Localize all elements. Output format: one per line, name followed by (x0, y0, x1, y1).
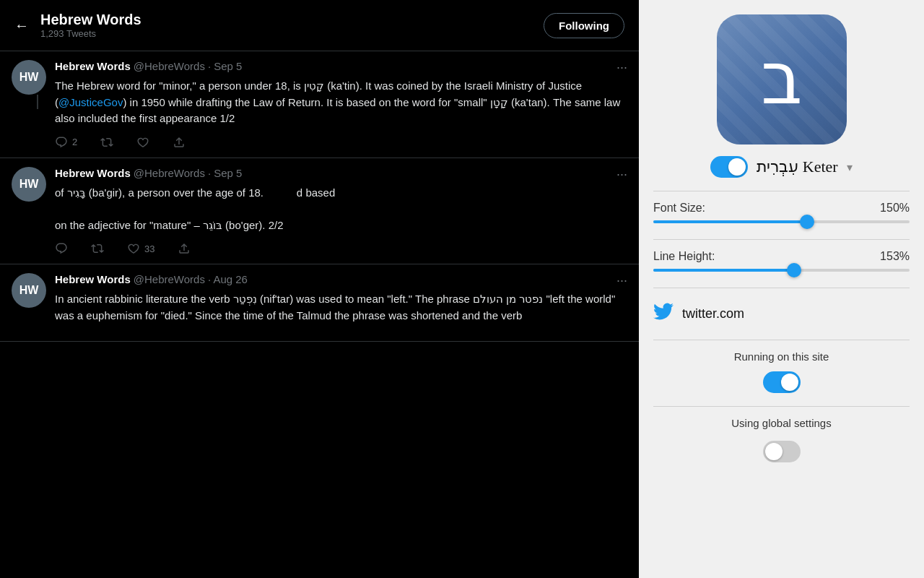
tweet-2-handle: @HebreWords (134, 167, 205, 179)
main-toggle[interactable] (710, 156, 748, 178)
following-button[interactable]: Following (544, 13, 624, 38)
running-toggle-thumb (781, 374, 798, 391)
global-toggle-thumb (765, 443, 783, 460)
tweet-3-handle: @HebreWords (134, 273, 205, 285)
tweet-2-header: Hebrew Words @HebreWords · Sep 5 ··· (55, 167, 627, 182)
tweet-3-date: · Aug 26 (208, 273, 248, 285)
line-height-label: Line Height: (653, 250, 715, 263)
tweet-header-bar: ← Hebrew Words 1,293 Tweets Following (0, 0, 639, 51)
tweet-1-reply[interactable]: 2 (55, 136, 77, 149)
tweet-1: HW Hebrew Words @HebreWords · Sep 5 ··· … (0, 51, 639, 158)
tweet-3: HW Hebrew Words @HebreWords · Aug 26 ···… (0, 264, 639, 342)
chevron-down-icon[interactable]: ▾ (847, 160, 853, 174)
tweet-1-name: Hebrew Words (55, 60, 131, 72)
tweet-3-body: Hebrew Words @HebreWords · Aug 26 ··· In… (55, 273, 627, 332)
font-size-slider-container (653, 217, 910, 232)
tweet-1-text: The Hebrew word for "minor," a person un… (55, 78, 627, 127)
extension-panel: ב Keter עִבְרִית ▾ Font Size: 150% Line … (639, 0, 924, 578)
thread-line-1 (37, 95, 38, 109)
line-height-fill (653, 269, 794, 272)
font-size-value: 150% (880, 202, 910, 215)
line-height-row: Line Height: 153% (653, 247, 910, 266)
profile-name: Hebrew Words (40, 12, 141, 28)
font-name: Keter עִבְרִית (757, 158, 837, 176)
tweet-1-share[interactable] (173, 136, 186, 149)
tweet-1-date: · Sep 5 (208, 60, 243, 72)
tweet-3-name: Hebrew Words (55, 273, 131, 285)
divider-1 (653, 191, 910, 191)
tweet-1-body: Hebrew Words @HebreWords · Sep 5 ··· The… (55, 60, 627, 149)
tweet-1-reply-count: 2 (72, 137, 77, 147)
avatar-2: HW (12, 167, 46, 202)
tweet-2-reply[interactable] (55, 242, 68, 255)
tweet-1-meta: Hebrew Words @HebreWords · Sep 5 (55, 60, 242, 72)
tweet-2-more[interactable]: ··· (616, 167, 627, 182)
line-height-track (653, 269, 910, 272)
tweet-2-meta: Hebrew Words @HebreWords · Sep 5 (55, 167, 242, 179)
tweet-3-meta: Hebrew Words @HebreWords · Aug 26 (55, 273, 248, 285)
tweet-3-text: In ancient rabbinic literature the verb … (55, 291, 627, 324)
divider-3 (653, 288, 910, 288)
back-button[interactable]: ← (14, 17, 29, 34)
font-size-track (653, 220, 910, 223)
tweet-1-retweet[interactable] (100, 136, 113, 149)
site-url: twitter.com (682, 306, 744, 322)
tweet-2-name: Hebrew Words (55, 167, 131, 179)
tweet-1-handle: @HebreWords (134, 60, 205, 72)
tweet-1-more[interactable]: ··· (616, 60, 627, 75)
running-toggle-row (653, 371, 910, 393)
main-toggle-thumb (728, 158, 746, 176)
tweet-1-actions: 2 (55, 136, 627, 149)
tweet-1-like[interactable] (136, 136, 149, 149)
line-height-slider-container (653, 266, 910, 280)
mention-1[interactable]: @JusticeGov (58, 96, 123, 108)
font-size-label: Font Size: (653, 202, 705, 215)
font-size-thumb[interactable] (800, 215, 814, 229)
tweet-1-header: Hebrew Words @HebreWords · Sep 5 ··· (55, 60, 627, 75)
global-toggle[interactable] (763, 441, 801, 462)
tweet-2-date: · Sep 5 (208, 167, 243, 179)
site-row: twitter.com (653, 296, 910, 332)
tweet-2-share[interactable] (178, 242, 191, 255)
tweet-2-like-count: 33 (144, 243, 154, 254)
tweet-2-like[interactable]: 33 (127, 242, 154, 255)
running-label: Running on this site (653, 350, 910, 363)
app-icon: ב (717, 14, 847, 144)
global-toggle-row (653, 441, 910, 462)
app-letter: ב (761, 43, 803, 116)
font-size-fill (653, 220, 807, 223)
tweet-3-header: Hebrew Words @HebreWords · Aug 26 ··· (55, 273, 627, 288)
font-size-row: Font Size: 150% (653, 199, 910, 217)
line-height-value: 153% (880, 250, 910, 263)
avatar-1: HW (12, 60, 46, 95)
tweet-2: HW Hebrew Words @HebreWords · Sep 5 ··· … (0, 158, 639, 265)
main-toggle-row: Keter עִבְרִית ▾ (653, 156, 910, 178)
tweet-count: 1,293 Tweets (40, 28, 141, 39)
profile-info: Hebrew Words 1,293 Tweets (40, 12, 141, 39)
global-settings-label: Using global settings (653, 417, 910, 429)
twitter-bird-icon (653, 301, 674, 327)
tweet-2-body: Hebrew Words @HebreWords · Sep 5 ··· of … (55, 167, 627, 256)
tweet-2-actions: 33 (55, 242, 627, 255)
avatar-3: HW (12, 273, 46, 308)
tweet-2-text: of בָּגִיר (ba'gir), a person over the a… (55, 185, 627, 234)
divider-4 (653, 340, 910, 340)
running-toggle[interactable] (763, 371, 801, 393)
tweet-2-retweet[interactable] (91, 242, 104, 255)
divider-5 (653, 406, 910, 407)
header-left: ← Hebrew Words 1,293 Tweets (14, 12, 141, 39)
tweets-container: HW Hebrew Words @HebreWords · Sep 5 ··· … (0, 51, 639, 578)
tweet-3-more[interactable]: ··· (616, 273, 627, 288)
twitter-panel: ← Hebrew Words 1,293 Tweets Following HW… (0, 0, 639, 578)
divider-2 (653, 239, 910, 240)
line-height-thumb[interactable] (787, 263, 801, 277)
